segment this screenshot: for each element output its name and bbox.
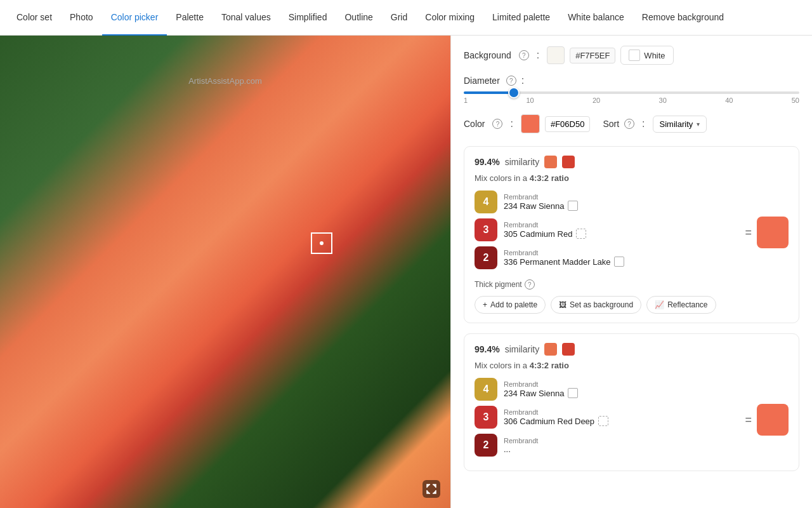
slider-label-1: 1: [464, 97, 468, 104]
thick-pigment-label-1: Thick pigment: [475, 280, 522, 289]
paint-row-2-1: 4 Rembrandt 234 Raw Sienna: [475, 378, 740, 401]
chevron-down-icon: ▾: [697, 121, 700, 128]
paint-number-2-2: 3: [475, 406, 497, 429]
image-area[interactable]: ArtistAssistApp.com: [0, 36, 450, 508]
result-swatch-2: [757, 404, 789, 436]
paint-swatch-icon-2-1[interactable]: [568, 388, 578, 398]
ratio-value-2: 4:3:2 ratio: [530, 361, 569, 370]
paint-name-2-3: ...: [504, 444, 740, 454]
color-help-icon[interactable]: ?: [492, 119, 502, 129]
expand-button[interactable]: [422, 480, 440, 498]
background-hex[interactable]: #F7F5EF: [570, 48, 615, 64]
sort-value: Similarity: [660, 119, 693, 129]
nav-item-color-mixing[interactable]: Color mixing: [416, 1, 483, 36]
swatch-color1-1: [544, 156, 557, 168]
paint-brand-2-3: Rembrandt: [504, 437, 740, 444]
diameter-slider-container: 1 10 20 30 40 50: [464, 91, 799, 104]
sort-help-icon[interactable]: ?: [624, 119, 634, 129]
paint-info-1-1: Rembrandt 234 Raw Sienna: [504, 193, 740, 211]
photo-canvas[interactable]: [0, 36, 450, 508]
paint-swatch-icon-1-2[interactable]: [576, 229, 586, 239]
nav-item-white-balance[interactable]: White balance: [559, 1, 633, 36]
right-panel: Background ? : #F7F5EF White Diameter ? …: [450, 36, 812, 508]
reflectance-icon: 📈: [655, 300, 664, 309]
sort-dropdown[interactable]: Similarity ▾: [653, 116, 707, 133]
paint-swatch-icon-1-1[interactable]: [568, 201, 578, 211]
paint-name-1-2: 305 Cadmium Red: [504, 229, 740, 239]
white-swatch: [629, 50, 640, 61]
ratio-text-2: Mix colors in a 4:3:2 ratio: [475, 361, 789, 370]
paint-info-1-2: Rembrandt 305 Cadmium Red: [504, 221, 740, 239]
result-swatch-1: [757, 217, 789, 248]
swatch-color2-1: [562, 156, 575, 168]
nav-item-photo[interactable]: Photo: [61, 1, 102, 36]
paint-name-1-1: 234 Raw Sienna: [504, 201, 740, 211]
main-content: ArtistAssistApp.com Background ? : #F7F5…: [0, 36, 812, 508]
background-swatch[interactable]: [547, 46, 565, 64]
color-swatch-main[interactable]: [521, 114, 540, 133]
slider-label-30: 30: [659, 97, 667, 104]
background-help-icon[interactable]: ?: [519, 50, 529, 60]
paint-number-2-1: 4: [475, 378, 497, 401]
nav-item-grid[interactable]: Grid: [382, 1, 416, 36]
paint-brand-1-2: Rembrandt: [504, 221, 740, 229]
paint-brand-1-3: Rembrandt: [504, 249, 740, 257]
paint-info-1-3: Rembrandt 336 Permanent Madder Lake: [504, 249, 740, 267]
diameter-label: Diameter: [464, 76, 500, 86]
set-background-label: Set as background: [570, 300, 633, 309]
paint-row-1-3: 2 Rembrandt 336 Permanent Madder Lake: [475, 246, 740, 269]
thick-pigment-help-icon[interactable]: ?: [525, 279, 535, 290]
nav-item-limited-palette[interactable]: Limited palette: [483, 1, 559, 36]
paint-swatch-icon-2-2[interactable]: [598, 416, 608, 426]
background-row: Background ? : #F7F5EF White: [464, 46, 799, 65]
nav-item-tonal-values[interactable]: Tonal values: [213, 1, 280, 36]
paint-name-2-2: 306 Cadmium Red Deep: [504, 416, 740, 426]
white-label: White: [644, 51, 665, 60]
add-icon: +: [483, 300, 487, 309]
similarity-row-1: 99.4% similarity: [475, 156, 789, 168]
similarity-percent-2: 99.4%: [475, 344, 500, 354]
equals-sign-2: =: [745, 413, 752, 427]
diameter-help-icon[interactable]: ?: [506, 76, 516, 86]
result-card-2: 99.4% similarity Mix colors in a 4:3:2 r…: [464, 333, 799, 471]
similarity-row-2: 99.4% similarity: [475, 343, 789, 356]
selection-box[interactable]: [311, 232, 332, 254]
reflectance-label: Reflectance: [667, 300, 707, 309]
nav-item-simplified[interactable]: Simplified: [280, 1, 336, 36]
nav-item-color-picker[interactable]: Color picker: [102, 1, 167, 36]
slider-thumb[interactable]: [508, 87, 520, 98]
nav-item-color-set[interactable]: Color set: [8, 1, 61, 36]
slider-track[interactable]: [464, 91, 799, 94]
slider-label-40: 40: [725, 97, 733, 104]
paint-row-2-2: 3 Rembrandt 306 Cadmium Red Deep: [475, 406, 740, 429]
paint-swatch-icon-1-3[interactable]: [614, 257, 624, 267]
add-to-palette-button[interactable]: + Add to palette: [475, 296, 546, 314]
equals-sign-1: =: [745, 226, 752, 239]
swatch-color1-2: [544, 343, 557, 356]
slider-label-10: 10: [526, 97, 534, 104]
similarity-label-1: similarity: [505, 157, 539, 167]
diameter-header: Diameter ? :: [464, 75, 799, 86]
paint-info-2-2: Rembrandt 306 Cadmium Red Deep: [504, 408, 740, 426]
paint-number-1-2: 3: [475, 218, 497, 241]
paint-name-2-1: 234 Raw Sienna: [504, 388, 740, 398]
color-row: Color ? : #F06D50 Sort ? : Similarity ▾: [464, 114, 799, 133]
color-hex-display[interactable]: #F06D50: [545, 116, 590, 132]
nav-item-remove-background[interactable]: Remove background: [633, 1, 733, 36]
slider-fill: [464, 91, 514, 94]
background-icon: 🖼: [559, 300, 566, 309]
swatch-color2-2: [562, 343, 575, 356]
add-to-palette-label: Add to palette: [490, 300, 537, 309]
reflectance-button[interactable]: 📈 Reflectance: [646, 296, 716, 314]
paint-brand-1-1: Rembrandt: [504, 193, 740, 201]
similarity-percent-1: 99.4%: [475, 157, 500, 167]
white-button[interactable]: White: [620, 46, 673, 65]
ratio-text-1: Mix colors in a 4:3:2 ratio: [475, 173, 789, 183]
diameter-row: Diameter ? : 1 10 20 30 40 50: [464, 75, 799, 104]
slider-label-20: 20: [593, 97, 600, 104]
set-as-background-button[interactable]: 🖼 Set as background: [551, 296, 641, 314]
nav-item-outline[interactable]: Outline: [336, 1, 381, 36]
nav-item-palette[interactable]: Palette: [167, 1, 213, 36]
thick-pigment-1: Thick pigment ?: [475, 279, 789, 290]
color-label: Color: [464, 119, 485, 129]
